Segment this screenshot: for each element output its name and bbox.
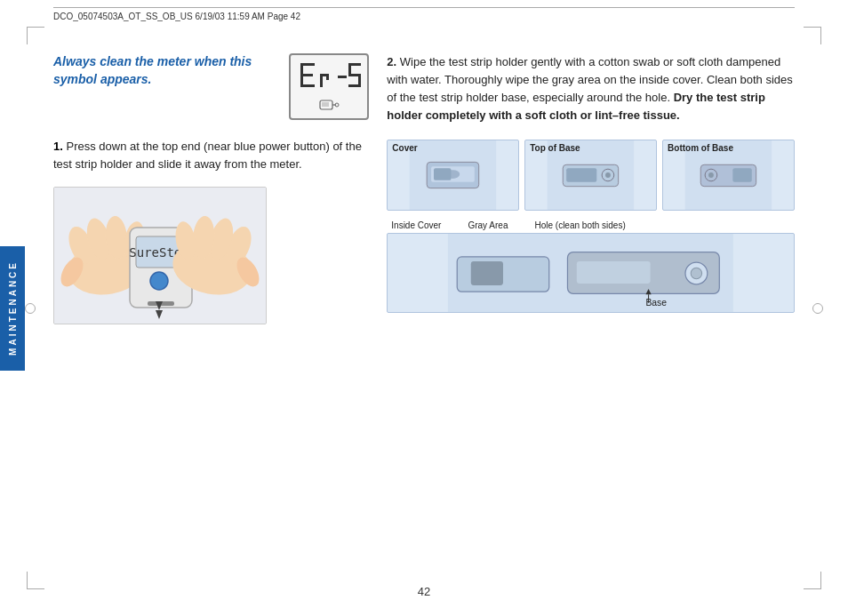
- step1-text: Press down at the top end (near blue pow…: [53, 140, 362, 171]
- corner-mark-br: [804, 572, 821, 589]
- corner-mark-tl: [27, 27, 44, 44]
- svg-point-57: [691, 268, 701, 278]
- svg-point-51: [708, 172, 714, 178]
- svg-rect-41: [434, 168, 452, 180]
- images-row: Cover Top of Base: [387, 140, 795, 211]
- reg-mark-right: [812, 303, 823, 314]
- reg-mark-left: [25, 303, 36, 314]
- img-top-base: Top of Base: [524, 140, 657, 211]
- doc-header-text: DCO_05074503A_OT_SS_OB_US 6/19/03 11:59 …: [53, 12, 300, 21]
- svg-rect-12: [348, 84, 361, 87]
- step1-illustration: SureStep: [53, 187, 267, 324]
- img-top-base-label: Top of Base: [530, 143, 580, 153]
- doc-header: DCO_05074503A_OT_SS_OB_US 6/19/03 11:59 …: [53, 7, 795, 21]
- page-number: 42: [418, 585, 430, 598]
- svg-rect-54: [471, 261, 503, 285]
- bottom-section: Inside Cover Gray Area Hole (clean both …: [387, 218, 795, 313]
- step1-number: 1.: [53, 140, 63, 153]
- svg-rect-14: [322, 102, 329, 107]
- svg-rect-49: [732, 168, 751, 182]
- corner-mark-bl: [27, 572, 44, 589]
- step2-text: 2. Wipe the test strip holder gently wit…: [387, 53, 795, 125]
- device-icon: [318, 99, 340, 115]
- label-inside-cover: Inside Cover: [391, 220, 441, 230]
- step1: 1. Press down at the top end (near blue …: [53, 138, 369, 172]
- main-content: Always clean the meter when this symbol …: [53, 44, 795, 572]
- left-column: Always clean the meter when this symbol …: [53, 44, 387, 572]
- img-cover-label: Cover: [392, 143, 417, 153]
- er5-display: [297, 60, 361, 99]
- maintenance-label: MAINTENANCE: [8, 260, 18, 356]
- er5-box: [289, 53, 369, 120]
- label-gray-area: Gray Area: [468, 220, 508, 230]
- svg-point-27: [150, 272, 168, 290]
- img-bottom-base: Bottom of Base: [662, 140, 795, 211]
- svg-rect-6: [326, 74, 329, 80]
- svg-rect-44: [566, 168, 596, 182]
- svg-rect-3: [300, 63, 303, 87]
- img-cover: Cover: [387, 140, 519, 211]
- img-bottom-base-label: Bottom of Base: [668, 143, 733, 153]
- step2: 2. Wipe the test strip holder gently wit…: [387, 53, 795, 125]
- bottom-illustration: Base: [387, 233, 795, 313]
- clean-meter-text: Always clean the meter when this symbol …: [53, 53, 278, 88]
- corner-mark-tr: [804, 27, 821, 44]
- bottom-labels: Inside Cover Gray Area Hole (clean both …: [387, 218, 795, 233]
- svg-point-46: [605, 172, 611, 178]
- right-column: 2. Wipe the test strip holder gently wit…: [387, 44, 795, 572]
- svg-rect-9: [348, 63, 351, 76]
- maintenance-sidebar: MAINTENANCE: [0, 246, 25, 371]
- clean-meter-section: Always clean the meter when this symbol …: [53, 53, 369, 120]
- svg-rect-7: [338, 76, 347, 78]
- step2-number: 2.: [387, 55, 396, 68]
- svg-rect-58: [577, 261, 651, 284]
- label-hole: Hole (clean both sides): [534, 220, 625, 230]
